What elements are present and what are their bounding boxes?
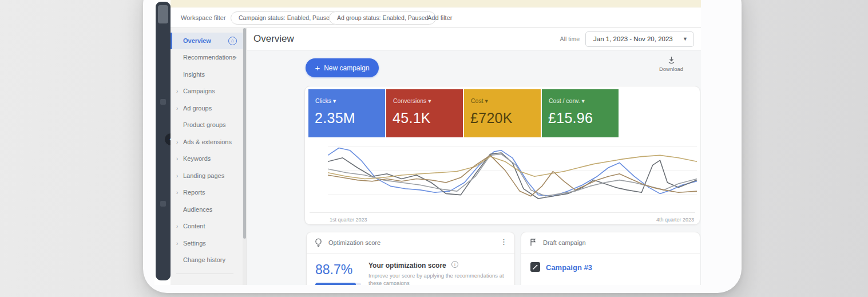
sidebar-item-ads-extensions[interactable]: ›Ads & extensions xyxy=(171,134,243,151)
metric-value: 2.35M xyxy=(315,110,355,126)
sidebar-item-label: Product groups xyxy=(183,117,226,133)
performance-line-chart[interactable] xyxy=(328,141,697,209)
download-button[interactable]: Download xyxy=(655,56,688,72)
rail-icon[interactable] xyxy=(160,99,166,105)
sidebar-item-settings[interactable]: ›Settings xyxy=(171,235,243,252)
sidebar-item-keywords[interactable]: ›Keywords xyxy=(171,151,243,167)
selected-indicator xyxy=(171,33,172,49)
sidebar-divider xyxy=(176,274,233,274)
add-filter-button[interactable]: Add filter xyxy=(427,14,452,21)
new-campaign-button[interactable]: +New campaign xyxy=(306,58,379,77)
metric-value: £720K xyxy=(470,110,513,126)
home-icon: ⌂ xyxy=(228,37,237,45)
pencil-icon xyxy=(532,264,538,270)
lightbulb-icon xyxy=(315,238,322,248)
sidebar-item-recommendations[interactable]: Recommendations• xyxy=(171,49,243,66)
optimization-score-card: Optimization score ⋮ 88.7% Your optimiza… xyxy=(306,232,515,285)
sidebar-item-label: Change history xyxy=(183,252,225,268)
chart-line-clicks xyxy=(328,148,697,196)
chart-line-cost xyxy=(328,154,697,196)
optimization-card-header: Optimization score ⋮ xyxy=(307,232,514,254)
sidebar-more-button[interactable]: +More▾ xyxy=(171,279,243,286)
metric-tab-clicks[interactable]: Clicks ▾2.35M xyxy=(308,89,385,137)
sidebar-item-label: Keywords xyxy=(183,151,211,167)
metric-label: Clicks ▾ xyxy=(315,97,336,104)
date-range-preset-label: All time xyxy=(560,35,580,42)
kebab-menu-icon[interactable]: ⋮ xyxy=(500,237,508,246)
chevron-right-icon: › xyxy=(176,235,178,252)
chevron-right-icon: › xyxy=(176,83,178,100)
chart-x-axis: 1st quarter 2023 4th quarter 2023 xyxy=(310,212,695,225)
sidebar-item-label: Insights xyxy=(183,66,205,83)
sidebar-item-label: Ad groups xyxy=(183,100,212,117)
sidebar-item-change-history[interactable]: Change history xyxy=(171,252,243,268)
date-range-picker[interactable]: Jan 1, 2023 - Nov 20, 2023 ▼ xyxy=(585,31,694,47)
info-icon[interactable]: i xyxy=(451,261,458,268)
sidebar-item-content[interactable]: ›Content xyxy=(171,218,243,235)
draft-card-title: Draft campaign xyxy=(543,239,586,246)
sidebar-item-insights[interactable]: Insights xyxy=(171,66,243,83)
sidebar-item-label: Recommendations xyxy=(183,49,236,66)
sidebar-item-ad-groups[interactable]: ›Ad groups xyxy=(171,100,243,117)
notification-banner xyxy=(171,0,701,7)
page-title: Overview xyxy=(253,33,294,45)
sidebar-item-audiences[interactable]: Audiences xyxy=(171,201,243,218)
campaign-type-icon xyxy=(530,262,540,272)
download-label: Download xyxy=(659,66,683,72)
sidebar-item-product-groups[interactable]: Product groups xyxy=(171,117,243,133)
draft-card-header: Draft campaign xyxy=(521,232,700,254)
sidebar-item-label: Overview xyxy=(183,33,211,49)
campaign-status-filter-pill[interactable]: Campaign status: Enabled, Paused xyxy=(231,11,341,25)
axis-label-end: 4th quarter 2023 xyxy=(656,217,694,223)
sidebar-item-landing-pages[interactable]: ›Landing pages xyxy=(171,168,243,184)
sidebar-item-campaigns[interactable]: ›Campaigns xyxy=(171,83,243,100)
chevron-down-icon: ▼ xyxy=(683,32,688,46)
plus-icon: + xyxy=(315,63,320,73)
optimization-description: Improve your score by applying the recom… xyxy=(368,272,509,285)
rail-icon[interactable] xyxy=(160,201,166,207)
metric-value: £15.96 xyxy=(548,110,593,126)
metric-label: Cost ▾ xyxy=(471,97,488,104)
chevron-down-icon: ▾ xyxy=(233,279,236,286)
page-header: Overview All time Jan 1, 2023 - Nov 20, … xyxy=(247,28,701,50)
new-campaign-label: New campaign xyxy=(324,64,369,72)
optimization-heading: Your optimization score xyxy=(368,262,446,270)
draft-campaign-card: Draft campaign Campaign #3 Created on xyxy=(521,232,700,285)
metric-value: 45.1K xyxy=(393,110,431,126)
chart-line-series-5 xyxy=(328,155,697,196)
draft-flag-icon xyxy=(529,238,537,247)
chevron-right-icon: › xyxy=(176,168,178,184)
ad-group-status-filter-pill[interactable]: Ad group status: Enabled, Paused xyxy=(329,11,436,25)
sidebar-item-label: Reports xyxy=(183,184,205,201)
metric-tab-cost-conv-[interactable]: Cost / conv. ▾£15.96 xyxy=(542,89,619,137)
optimization-score-value: 88.7% xyxy=(315,262,352,278)
workspace-filter-label: Workspace filter xyxy=(181,14,226,21)
sidebar-item-label: Content xyxy=(183,218,205,235)
chevron-right-icon: › xyxy=(176,151,178,167)
expand-button[interactable]: Expand xyxy=(697,56,701,72)
sidebar-item-label: Landing pages xyxy=(183,168,224,184)
sidebar-item-label: Ads & extensions xyxy=(183,134,232,151)
sidebar-item-overview[interactable]: Overview⌂ xyxy=(171,33,243,49)
chart-line-cost-conv- xyxy=(328,155,697,179)
sidebar-item-label: Campaigns xyxy=(183,83,215,100)
notification-dot: • xyxy=(235,49,237,66)
sidebar-item-label: Settings xyxy=(183,235,206,252)
app-body: Overview⌂Recommendations•Insights›Campai… xyxy=(171,28,701,285)
axis-label-start: 1st quarter 2023 xyxy=(330,217,367,223)
rail-app-icon[interactable] xyxy=(158,5,168,23)
overview-content: +New campaign Download Expand xyxy=(247,50,701,285)
chevron-right-icon: › xyxy=(176,218,178,235)
campaign-link[interactable]: Campaign #3 xyxy=(546,263,592,272)
metric-tab-conversions[interactable]: Conversions ▾45.1K xyxy=(386,89,463,137)
metric-label: Cost / conv. ▾ xyxy=(549,97,585,104)
download-icon xyxy=(667,56,676,64)
date-range-value: Jan 1, 2023 - Nov 20, 2023 xyxy=(593,35,673,42)
sidebar-scrollbar-thumb[interactable] xyxy=(243,28,246,239)
plus-icon: + xyxy=(176,279,180,286)
chevron-right-icon: › xyxy=(176,134,178,151)
ads-app: Workspace filter Campaign status: Enable… xyxy=(171,0,701,285)
sidebar-item-reports[interactable]: ›Reports xyxy=(171,184,243,201)
metric-tab-cost[interactable]: Cost ▾£720K xyxy=(464,89,541,137)
sidebar-nav: Overview⌂Recommendations•Insights›Campai… xyxy=(171,28,243,285)
